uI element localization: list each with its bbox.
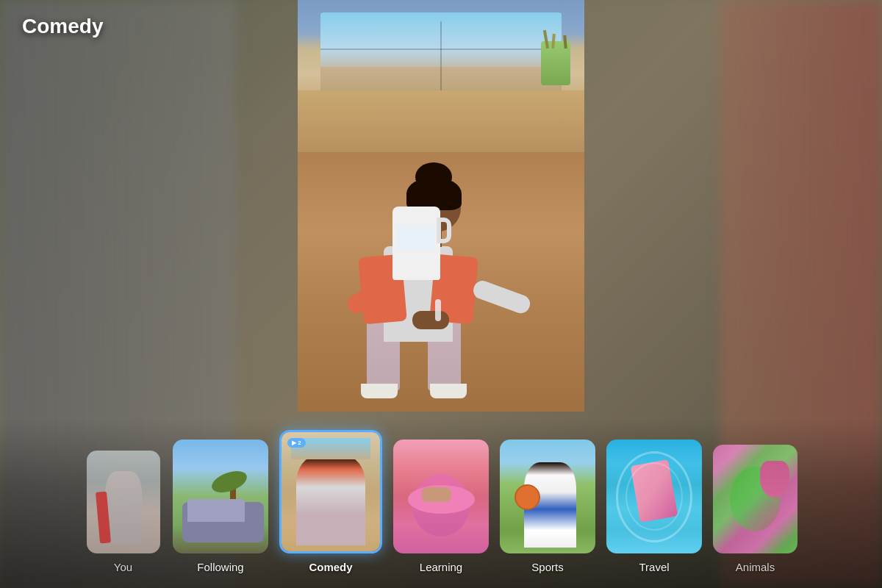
nav-label-travel: Travel: [639, 561, 669, 573]
nav-label-you: You: [114, 561, 132, 573]
nav-item-learning[interactable]: Learning: [388, 440, 495, 588]
nav-item-sports[interactable]: Sports: [495, 440, 601, 588]
nav-items-container: You Following ▶ 2: [0, 430, 882, 588]
video-scene: [298, 0, 584, 412]
main-video-player[interactable]: [298, 0, 584, 412]
nav-item-animals[interactable]: Animals: [708, 445, 803, 588]
nav-label-sports: Sports: [531, 561, 563, 573]
nav-item-following[interactable]: Following: [168, 440, 274, 588]
nav-label-learning: Learning: [420, 561, 462, 573]
nav-item-comedy[interactable]: ▶ 2 Comedy: [274, 430, 388, 588]
nav-label-comedy: Comedy: [309, 561, 352, 573]
bottom-nav-bar: You Following ▶ 2: [0, 419, 882, 588]
nav-label-following: Following: [197, 561, 243, 573]
category-title: Comedy: [22, 15, 103, 38]
nav-label-animals: Animals: [736, 561, 775, 573]
nav-item-travel[interactable]: Travel: [601, 440, 708, 588]
nav-item-you[interactable]: You: [79, 451, 168, 588]
